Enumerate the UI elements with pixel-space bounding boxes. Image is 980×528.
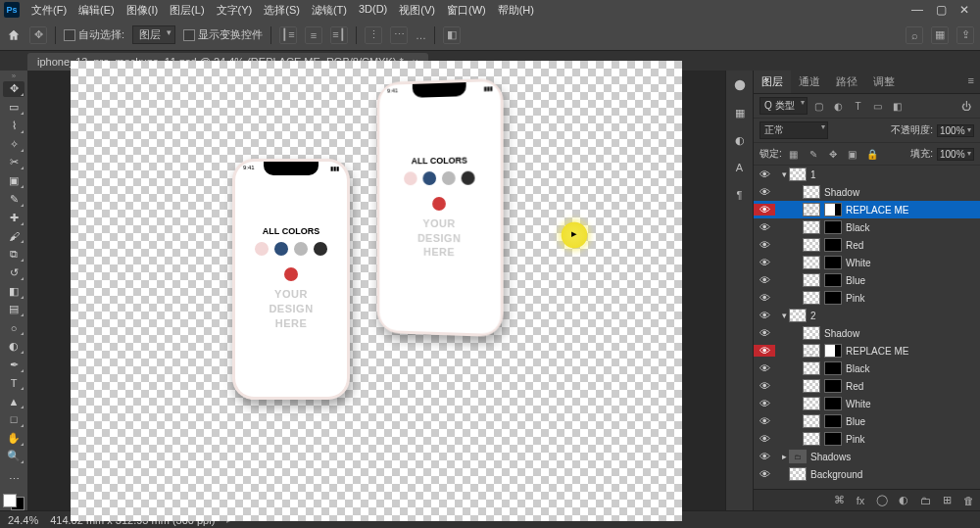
visibility-toggle[interactable]: 👁	[754, 398, 775, 409]
new-group-icon[interactable]: 🗀	[917, 493, 933, 508]
visibility-toggle[interactable]: 👁	[754, 362, 775, 374]
folder-icon[interactable]: 🗀	[789, 450, 807, 463]
filter-shape-icon[interactable]: ▭	[870, 98, 886, 114]
layer-row[interactable]: 👁Pink	[754, 289, 980, 307]
layer-mask-thumb[interactable]	[824, 379, 842, 393]
menu-item[interactable]: 选择(S)	[258, 3, 306, 18]
layer-row[interactable]: 👁▸🗀Shadows	[754, 448, 980, 465]
layer-mask-thumb[interactable]	[824, 344, 842, 358]
character-panel-icon[interactable]: A	[731, 159, 749, 176]
zoom-level[interactable]: 24.4%	[8, 514, 38, 526]
layer-name[interactable]: Background	[810, 469, 862, 480]
layer-row[interactable]: 👁Background	[754, 465, 980, 483]
workspace-icon[interactable]: ▦	[931, 26, 949, 44]
tab-paths[interactable]: 路径	[828, 71, 865, 93]
menu-item[interactable]: 文件(F)	[25, 3, 73, 18]
visibility-toggle[interactable]: 👁	[754, 239, 775, 251]
visibility-toggle[interactable]: 👁	[754, 415, 775, 427]
filter-toggle[interactable]: ⏻	[958, 98, 974, 114]
layer-thumb[interactable]	[789, 467, 807, 481]
smart-object-thumb[interactable]: ⬚	[803, 344, 820, 358]
layer-mask-icon[interactable]: ◯	[874, 493, 890, 508]
eyedropper-tool[interactable]: ✎	[3, 191, 24, 208]
align-center-icon[interactable]: ≡	[305, 26, 322, 44]
visibility-toggle[interactable]: 👁	[754, 221, 775, 233]
menu-item[interactable]: 编辑(E)	[73, 3, 121, 18]
layer-thumb[interactable]	[803, 361, 820, 375]
blend-mode-dropdown[interactable]: 正常	[760, 121, 828, 139]
filter-pixel-icon[interactable]: ▢	[811, 98, 827, 114]
visibility-toggle[interactable]: 👁	[754, 204, 775, 216]
link-layers-icon[interactable]: ⌘	[831, 493, 847, 508]
brush-tool[interactable]: 🖌	[3, 228, 24, 245]
visibility-toggle[interactable]: 👁	[754, 186, 775, 198]
zoom-tool[interactable]: 🔍	[3, 449, 24, 465]
layer-thumb[interactable]	[789, 309, 807, 322]
menu-item[interactable]: 窗口(W)	[441, 3, 492, 18]
layer-row[interactable]: 👁⬚REPLACE ME	[754, 201, 980, 218]
lasso-tool[interactable]: ⌇	[3, 118, 24, 134]
menu-item[interactable]: 3D(D)	[353, 3, 393, 18]
layer-thumb[interactable]	[803, 326, 820, 340]
visibility-toggle[interactable]: 👁	[754, 451, 775, 462]
search-icon[interactable]: ⌕	[906, 26, 923, 44]
layer-name[interactable]: Pink	[846, 434, 864, 445]
layer-name[interactable]: REPLACE ME	[846, 205, 908, 216]
paragraph-panel-icon[interactable]: ¶	[731, 186, 749, 204]
panel-menu-icon[interactable]: ≡	[962, 71, 980, 93]
layer-row[interactable]: 👁Blue	[754, 412, 980, 430]
tab-channels[interactable]: 通道	[791, 71, 828, 93]
move-tool-indicator[interactable]: ✥	[29, 26, 47, 44]
layer-thumb[interactable]	[803, 414, 820, 428]
new-layer-icon[interactable]: ⊞	[939, 493, 955, 508]
auto-select-dropdown[interactable]: 图层	[132, 25, 175, 44]
layer-mask-thumb[interactable]	[824, 432, 842, 446]
blur-tool[interactable]: ○	[3, 319, 24, 336]
layer-thumb[interactable]	[803, 291, 820, 305]
lock-paint-icon[interactable]: ✎	[806, 146, 821, 162]
visibility-toggle[interactable]: 👁	[754, 345, 775, 357]
opacity-input[interactable]: 100%	[937, 124, 974, 137]
type-tool[interactable]: T	[3, 375, 24, 392]
swatches-panel-icon[interactable]: ▦	[731, 104, 749, 121]
tab-layers[interactable]: 图层	[754, 71, 791, 93]
layer-row[interactable]: 👁White	[754, 254, 980, 271]
visibility-toggle[interactable]: 👁	[754, 433, 775, 445]
layer-name[interactable]: Red	[846, 240, 863, 251]
filter-adjust-icon[interactable]: ◐	[831, 98, 847, 114]
layer-mask-thumb[interactable]	[824, 256, 842, 269]
smart-object-thumb[interactable]: ⬚	[803, 203, 820, 216]
visibility-toggle[interactable]: 👁	[754, 257, 775, 268]
clone-stamp-tool[interactable]: ⧉	[3, 246, 24, 263]
frame-tool[interactable]: ▣	[3, 172, 24, 189]
layer-name[interactable]: Shadow	[824, 328, 859, 339]
toolbox-grip[interactable]: »	[7, 74, 21, 79]
layer-thumb[interactable]	[789, 168, 807, 181]
color-swatches[interactable]	[3, 494, 24, 510]
document-canvas[interactable]: 9:41 ▮▮▮ ALL COLORS YOURDESIGNHERE	[71, 61, 682, 521]
layer-style-icon[interactable]: fx	[853, 493, 868, 508]
layer-row[interactable]: 👁Red	[754, 377, 980, 395]
visibility-toggle[interactable]: 👁	[754, 168, 775, 180]
layer-mask-thumb[interactable]	[824, 220, 842, 234]
menu-item[interactable]: 视图(V)	[393, 3, 441, 18]
lock-position-icon[interactable]: ✥	[825, 146, 841, 162]
layer-row[interactable]: 👁▾1	[754, 166, 980, 183]
dodge-tool[interactable]: ◐	[3, 338, 24, 355]
layer-thumb[interactable]	[803, 185, 820, 199]
color-panel-icon[interactable]	[731, 76, 749, 94]
pen-tool[interactable]: ✒	[3, 357, 24, 373]
distribute-icon[interactable]: ⋮	[365, 26, 382, 44]
layer-name[interactable]: White	[846, 399, 871, 409]
layer-mask-thumb[interactable]	[824, 203, 842, 216]
visibility-toggle[interactable]: 👁	[754, 468, 775, 480]
layer-mask-thumb[interactable]	[824, 238, 842, 252]
layer-filter-dropdown[interactable]: Q 类型	[760, 97, 808, 115]
layer-row[interactable]: 👁Black	[754, 360, 980, 377]
layer-thumb[interactable]	[803, 220, 820, 234]
hand-tool[interactable]: ✋	[3, 430, 24, 447]
3d-mode-icon[interactable]: ◧	[443, 26, 461, 44]
distribute-icon-2[interactable]: ⋯	[390, 26, 408, 44]
maximize-button[interactable]: ▢	[929, 3, 953, 17]
layer-row[interactable]: 👁Blue	[754, 271, 980, 289]
